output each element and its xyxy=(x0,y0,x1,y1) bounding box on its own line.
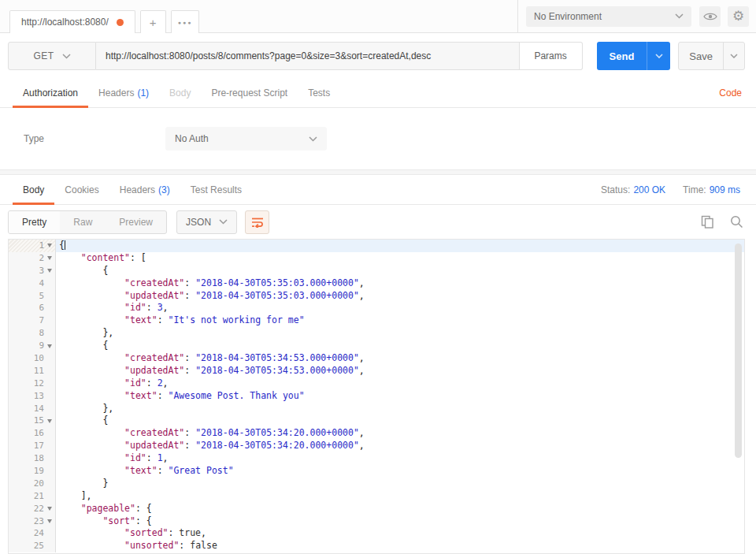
gutter: 1 xyxy=(9,240,56,252)
gutter: 15 xyxy=(9,415,56,427)
view-mode-raw[interactable]: Raw xyxy=(60,211,106,233)
code-line: 6 "id": 3, xyxy=(9,302,744,314)
response-body-editor[interactable]: 1{2 "content": [3 {4 "createdAt": "2018-… xyxy=(8,239,745,554)
scrollbar-thumb[interactable] xyxy=(735,244,742,458)
tab-pre-request-script[interactable]: Pre-request Script xyxy=(201,79,298,107)
code-link[interactable]: Code xyxy=(719,87,743,99)
request-tab[interactable]: http://localhost:8080/ xyxy=(9,10,135,33)
fold-toggle-icon[interactable] xyxy=(47,269,52,273)
url-input[interactable]: http://localhost:8080/posts/8/comments?p… xyxy=(96,42,520,70)
request-response-splitter[interactable] xyxy=(0,169,756,175)
gutter: 20 xyxy=(9,478,56,490)
code-line: 1{ xyxy=(9,240,744,252)
view-mode-pretty[interactable]: Pretty xyxy=(9,211,60,233)
code-text: "id": 3, xyxy=(56,302,744,314)
response-meta: Status:200 OK Time:909 ms xyxy=(601,175,743,204)
response-tab-headers[interactable]: Headers(3) xyxy=(109,175,180,204)
gutter: 16 xyxy=(9,427,56,440)
settings-button[interactable]: ⚙ xyxy=(728,6,749,27)
save-button[interactable]: Save xyxy=(679,43,723,69)
response-tab-body[interactable]: Body xyxy=(13,175,54,204)
response-tab-cookies[interactable]: Cookies xyxy=(54,175,109,204)
more-tabs-button[interactable]: ●●● xyxy=(171,10,200,33)
line-number: 2 xyxy=(39,252,44,265)
environment-select[interactable]: No Environment xyxy=(526,6,691,27)
wrap-text-icon xyxy=(251,217,264,228)
code-line: 23 "sort": { xyxy=(9,515,744,528)
response-tabs: BodyCookiesHeaders(3)Test Results Status… xyxy=(0,175,756,205)
fold-toggle-icon[interactable] xyxy=(47,256,52,260)
gutter: 24 xyxy=(9,527,56,540)
format-select[interactable]: JSON xyxy=(176,210,237,234)
fold-toggle-icon[interactable] xyxy=(47,507,52,511)
line-number: 15 xyxy=(34,415,44,427)
chevron-down-icon xyxy=(309,136,317,142)
code-line: 24 "sorted": true, xyxy=(9,527,744,540)
code-text: "unsorted": false xyxy=(56,540,744,552)
tab-tests[interactable]: Tests xyxy=(298,79,340,107)
wrap-text-button[interactable] xyxy=(245,210,269,234)
response-toolbar: PrettyRawPreview JSON xyxy=(0,205,756,239)
copy-response-button[interactable] xyxy=(701,215,714,229)
auth-type-select[interactable]: No Auth xyxy=(165,127,327,151)
code-text: }, xyxy=(56,327,744,340)
time-label: Time: xyxy=(683,184,706,195)
params-button[interactable]: Params xyxy=(520,42,583,70)
code-text: "id": 2, xyxy=(56,377,744,390)
gutter: 12 xyxy=(9,377,56,390)
code-line: 14 }, xyxy=(9,403,744,415)
method-select-value: GET xyxy=(33,50,54,61)
tab-body[interactable]: Body xyxy=(159,79,201,107)
line-number: 4 xyxy=(39,277,44,290)
fold-toggle-icon[interactable] xyxy=(47,519,52,523)
environment-quick-look-button[interactable] xyxy=(699,6,721,27)
request-tabs: AuthorizationHeaders(1)BodyPre-request S… xyxy=(0,79,756,108)
fold-toggle-icon[interactable] xyxy=(47,344,52,348)
new-tab-button[interactable]: + xyxy=(140,10,166,33)
send-options-button[interactable] xyxy=(647,42,670,70)
gutter: 22 xyxy=(9,503,56,515)
fold-toggle-icon[interactable] xyxy=(47,419,52,423)
code-text: "sorted": true, xyxy=(56,527,744,540)
line-number: 9 xyxy=(39,340,44,352)
unsaved-dot-icon xyxy=(117,19,124,26)
chevron-down-icon xyxy=(675,13,684,19)
auth-type-label: Type xyxy=(0,133,165,144)
code-text: "updatedAt": "2018-04-30T05:34:20.000+00… xyxy=(56,440,744,452)
gutter: 8 xyxy=(9,327,56,340)
gutter: 18 xyxy=(9,452,56,465)
code-text: "text": "It's not working for me" xyxy=(56,314,744,327)
line-number: 6 xyxy=(39,302,44,314)
search-response-button[interactable] xyxy=(730,215,743,229)
status-value: 200 OK xyxy=(633,184,665,195)
request-tab-title: http://localhost:8080/ xyxy=(21,17,109,28)
code-text: "updatedAt": "2018-04-30T05:35:03.000+00… xyxy=(56,290,744,303)
gutter: 21 xyxy=(9,490,56,503)
chevron-down-icon xyxy=(62,54,71,59)
tab-authorization[interactable]: Authorization xyxy=(13,79,88,107)
chevron-down-icon xyxy=(730,54,738,58)
gutter: 7 xyxy=(9,314,56,327)
response-status: Status:200 OK xyxy=(601,184,665,195)
response-tab-test-results[interactable]: Test Results xyxy=(180,175,252,204)
time-value: 909 ms xyxy=(710,184,740,195)
fold-toggle-icon[interactable] xyxy=(47,244,52,247)
code-text: "text": "Awesome Post. Thank you" xyxy=(56,390,744,403)
line-number: 13 xyxy=(34,390,44,403)
send-button[interactable]: Send xyxy=(597,42,647,70)
code-line: 22 "pageable": { xyxy=(9,503,744,515)
gutter: 9 xyxy=(9,340,56,352)
view-mode-preview[interactable]: Preview xyxy=(106,211,166,233)
gutter: 13 xyxy=(9,390,56,403)
gutter: 11 xyxy=(9,365,56,377)
line-number: 10 xyxy=(34,352,44,365)
line-number: 24 xyxy=(34,527,44,540)
method-select[interactable]: GET xyxy=(8,42,96,70)
chevron-down-icon xyxy=(655,54,663,58)
tab-headers[interactable]: Headers(1) xyxy=(88,79,159,107)
code-line: 12 "id": 2, xyxy=(9,377,744,390)
code-text: { xyxy=(56,340,744,352)
line-number: 20 xyxy=(34,478,44,490)
gutter: 5 xyxy=(9,290,56,303)
save-options-button[interactable] xyxy=(723,43,744,69)
